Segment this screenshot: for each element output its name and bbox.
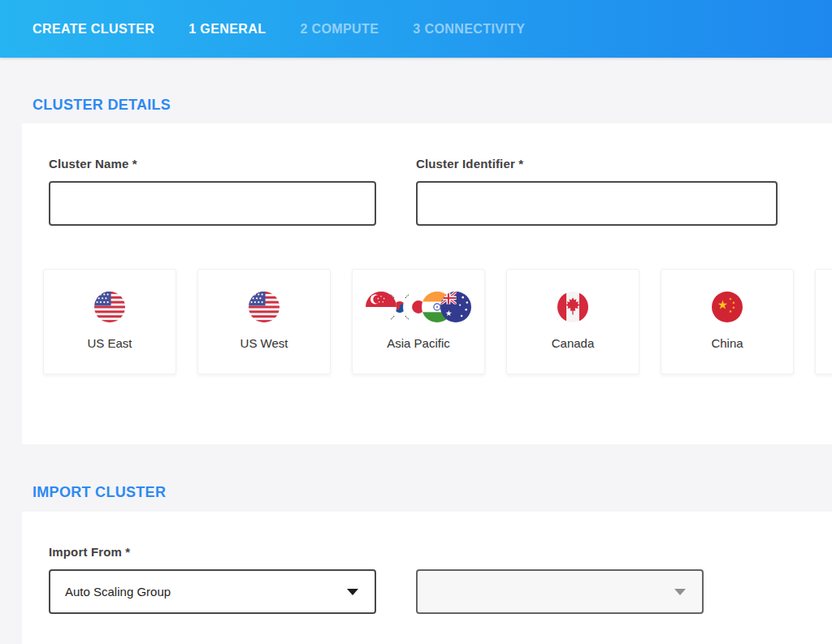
dropdown-caret-icon (674, 589, 686, 595)
cluster-identifier-label: Cluster Identifier * (416, 157, 778, 171)
tab-compute[interactable]: 2 COMPUTE (300, 22, 379, 37)
region-card-asia-pacific[interactable]: Asia Pacific (352, 269, 485, 374)
cluster-identifier-field: Cluster Identifier * (416, 157, 778, 226)
cluster-details-heading: CLUSTER DETAILS (32, 97, 832, 114)
tab-general[interactable]: 1 GENERAL (188, 22, 266, 37)
canada-flag-icon (557, 292, 588, 322)
region-card-china[interactable]: China (661, 269, 794, 374)
tab-connectivity[interactable]: 3 CONNECTIVITY (413, 22, 525, 37)
import-from-selected-value: Auto Scaling Group (65, 585, 171, 599)
region-label: US West (240, 336, 288, 350)
cluster-details-card: Cluster Name * Cluster Identifier * (22, 123, 832, 444)
dropdown-caret-icon (347, 589, 358, 595)
import-from-select[interactable]: Auto Scaling Group (49, 569, 376, 614)
us-flag-icon (249, 292, 280, 322)
region-label: China (711, 336, 743, 350)
region-label: Asia Pacific (387, 336, 450, 350)
cluster-name-label: Cluster Name * (49, 157, 376, 171)
china-flag-icon (712, 292, 743, 322)
header-bar: CREATE CLUSTER 1 GENERAL 2 COMPUTE 3 CON… (0, 0, 832, 58)
us-flag-icon (94, 292, 125, 322)
region-label: US East (87, 336, 132, 350)
cluster-identifier-input[interactable] (416, 181, 778, 226)
region-card-partial[interactable] (815, 269, 832, 374)
asia-pacific-flags-icon (366, 292, 471, 322)
region-card-us-east[interactable]: US East (43, 269, 176, 374)
region-label: Canada (552, 336, 595, 350)
region-selector: US East (43, 269, 832, 374)
import-cluster-card: Import From * Auto Scaling Group (22, 512, 832, 644)
import-from-label: Import From * (49, 545, 832, 559)
region-card-us-west[interactable]: US West (197, 269, 331, 374)
page-title: CREATE CLUSTER (32, 22, 154, 37)
cluster-name-input[interactable] (49, 181, 376, 226)
wizard-tabs: 1 GENERAL 2 COMPUTE 3 CONNECTIVITY (188, 22, 525, 37)
import-cluster-heading: IMPORT CLUSTER (32, 484, 832, 501)
region-card-canada[interactable]: Canada (506, 269, 639, 374)
import-source-select[interactable] (416, 569, 704, 614)
cluster-name-field: Cluster Name * (49, 157, 376, 226)
